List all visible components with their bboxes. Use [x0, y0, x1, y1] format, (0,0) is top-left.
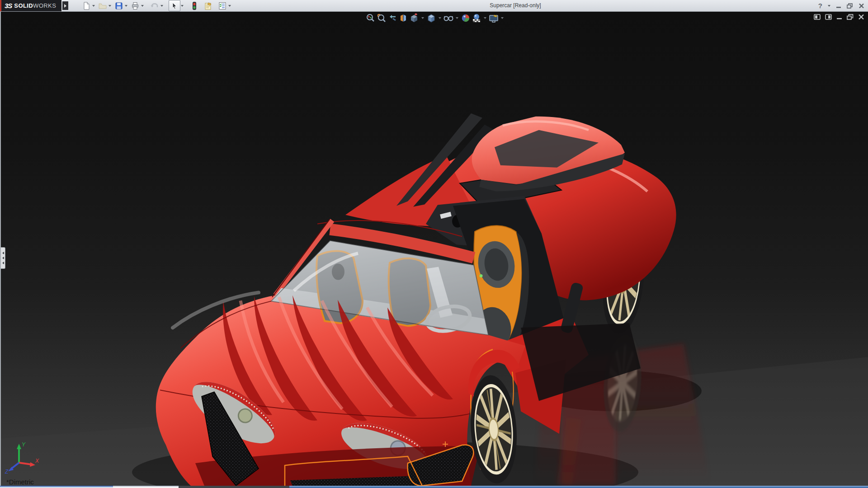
- chevron-down-icon[interactable]: [92, 5, 95, 7]
- display-style-button[interactable]: [426, 13, 437, 23]
- display-style-icon: [426, 13, 436, 23]
- chevron-down-icon[interactable]: [125, 5, 127, 7]
- zoom-to-area-button[interactable]: [376, 13, 387, 23]
- options-button[interactable]: [217, 0, 228, 11]
- apply-scene-icon: [472, 13, 481, 23]
- x-axis-label: X: [35, 458, 39, 464]
- hide-show-items-icon: [443, 13, 454, 23]
- chevron-down-icon[interactable]: [108, 5, 111, 7]
- print-button[interactable]: [130, 0, 141, 11]
- pane-toggle-left-icon: [814, 14, 821, 20]
- restore-button[interactable]: [847, 3, 853, 9]
- z-axis-label: Z: [5, 469, 9, 474]
- featuremanager-collapse-tab[interactable]: [1, 247, 5, 269]
- close-button[interactable]: [859, 3, 864, 9]
- stoplight-icon: [191, 1, 198, 10]
- view-orientation-label: *Dimetric: [6, 478, 34, 486]
- section-view-button[interactable]: [398, 13, 409, 23]
- x-axis-arrowhead: [30, 462, 35, 467]
- window-controls: ?: [818, 0, 864, 11]
- background-window-edge[interactable]: [113, 486, 179, 488]
- chevron-down-icon[interactable]: [228, 5, 231, 7]
- chevron-left-icon: [2, 252, 4, 254]
- chevron-down-icon[interactable]: [439, 17, 441, 19]
- standard-toolbar: [81, 0, 233, 11]
- model-supercar[interactable]: [1, 12, 868, 486]
- document-close-button[interactable]: [858, 14, 864, 22]
- previous-view-button[interactable]: [387, 13, 398, 23]
- document-title: Supercar [Read-only]: [466, 0, 565, 11]
- open-document-button[interactable]: [97, 0, 108, 11]
- help-button[interactable]: ?: [818, 0, 822, 11]
- solidworks-logo: 3S SOLIDWORKS: [0, 0, 61, 11]
- logo-solid-text: SOLID: [14, 2, 33, 9]
- restore-icon: [847, 14, 854, 20]
- previous-view-icon: [387, 13, 397, 23]
- restore-icon: [847, 3, 853, 9]
- chevron-down-icon[interactable]: [160, 5, 163, 7]
- chevron-down-icon[interactable]: [181, 5, 184, 7]
- minimize-icon: [836, 14, 842, 20]
- chevron-down-icon[interactable]: [421, 17, 424, 19]
- logo-3ds-mark: 3S: [5, 2, 12, 9]
- chevron-down-icon[interactable]: [828, 5, 830, 7]
- pane-toggle-left-button[interactable]: [814, 14, 821, 22]
- select-cursor-icon: [170, 2, 179, 10]
- chevron-right-icon: [64, 4, 66, 8]
- brand-accent: [0, 0, 1, 11]
- chevron-down-icon[interactable]: [501, 17, 504, 19]
- solidworks-window: 3S SOLIDWORKS: [0, 0, 868, 488]
- pane-toggle-right-icon: [825, 14, 832, 20]
- chevron-down-icon[interactable]: [141, 5, 144, 7]
- view-orientation-button[interactable]: [409, 13, 420, 23]
- file-properties-button[interactable]: [203, 0, 214, 11]
- background-window-strip: [0, 486, 868, 488]
- titlebar[interactable]: 3S SOLIDWORKS: [0, 0, 868, 12]
- minimize-button[interactable]: [836, 3, 841, 9]
- background-window-edge[interactable]: [179, 486, 289, 488]
- chevron-down-icon[interactable]: [484, 17, 486, 19]
- menu-expand-button[interactable]: [62, 1, 68, 10]
- y-axis-arrowhead: [17, 444, 21, 449]
- zoom-to-fit-icon: [366, 13, 376, 23]
- edit-appearance-icon: [461, 13, 471, 23]
- zoom-to-area-icon: [377, 13, 387, 23]
- taskbar-edge[interactable]: [289, 486, 868, 488]
- view-orientation-icon: [409, 13, 419, 23]
- chevron-left-icon: [2, 262, 4, 264]
- section-view-icon: [398, 13, 408, 23]
- graphics-area[interactable]: Y X Z *Dimetric: [0, 12, 868, 486]
- headsup-view-toolbar: [365, 13, 505, 23]
- chevron-down-icon[interactable]: [456, 17, 458, 19]
- undo-icon: [150, 1, 160, 10]
- close-icon: [859, 3, 864, 9]
- background-window-edge[interactable]: [0, 486, 113, 488]
- new-document-button[interactable]: [81, 0, 92, 11]
- zoom-to-fit-button[interactable]: [365, 13, 376, 23]
- new-document-icon: [82, 1, 91, 10]
- undo-button[interactable]: [149, 0, 160, 11]
- document-minimize-button[interactable]: [836, 14, 842, 22]
- select-button[interactable]: [169, 0, 180, 11]
- apply-scene-button[interactable]: [471, 13, 482, 23]
- hide-show-items-button[interactable]: [443, 13, 454, 23]
- view-settings-icon: [488, 13, 499, 23]
- edit-appearance-button[interactable]: [460, 13, 471, 23]
- pane-toggle-right-button[interactable]: [825, 14, 832, 22]
- logo-works-text: WORKS: [33, 2, 56, 9]
- options-icon: [218, 1, 227, 10]
- save-button[interactable]: [113, 0, 124, 11]
- minimize-icon: [836, 3, 841, 9]
- close-icon: [858, 14, 864, 20]
- reference-triad[interactable]: Y X Z: [5, 441, 40, 474]
- save-icon: [114, 1, 123, 10]
- y-axis-label: Y: [22, 441, 26, 448]
- view-settings-button[interactable]: [488, 13, 499, 23]
- file-properties-icon: [204, 1, 213, 10]
- document-window-controls: [814, 14, 864, 22]
- open-document-icon: [98, 1, 107, 10]
- print-icon: [131, 1, 140, 10]
- chevron-left-icon: [2, 257, 4, 259]
- document-restore-button[interactable]: [847, 14, 854, 22]
- rebuild-stoplight-button[interactable]: [189, 0, 200, 11]
